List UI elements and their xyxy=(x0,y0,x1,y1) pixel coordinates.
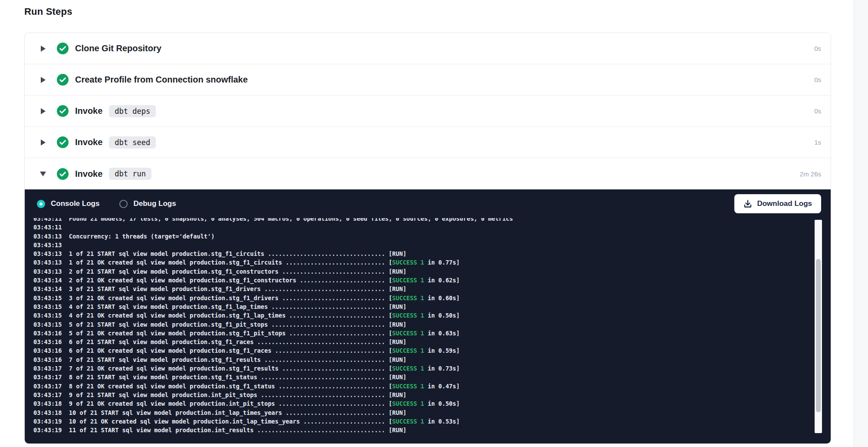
step-title: Invoke xyxy=(75,106,102,116)
debug-logs-radio[interactable]: Debug Logs xyxy=(119,199,176,208)
step-row[interactable]: Invoke dbt seed 1s xyxy=(25,127,831,158)
step-title: Invoke xyxy=(75,169,102,179)
console-logs-label: Console Logs xyxy=(51,199,99,208)
log-scrollbar-track[interactable] xyxy=(815,220,822,433)
expander-icon[interactable] xyxy=(39,139,46,146)
download-icon xyxy=(743,199,752,208)
log-line: 03:43:15 4 of 21 OK created sql view mod… xyxy=(33,311,831,320)
console-log-panel: Console Logs Debug Logs Download Logs 03… xyxy=(25,189,831,444)
debug-logs-label: Debug Logs xyxy=(133,199,176,208)
log-line: 03:43:16 6 of 21 START sql view model pr… xyxy=(33,338,831,346)
log-line: 03:43:16 6 of 21 OK created sql view mod… xyxy=(33,346,831,355)
step-title: Clone Git Repository xyxy=(75,43,161,53)
log-line: 03:43:15 3 of 21 OK created sql view mod… xyxy=(33,294,831,302)
step-title: Create Profile from Connection snowflake xyxy=(75,75,248,85)
download-logs-label: Download Logs xyxy=(757,199,812,208)
step-success-icon xyxy=(57,43,69,54)
right-rail xyxy=(854,0,868,447)
step-row[interactable]: Invoke dbt run 2m 26s xyxy=(25,158,831,189)
log-line: 03:43:13 1 of 21 START sql view model pr… xyxy=(33,249,831,258)
log-line: 03:43:13 1 of 21 OK created sql view mod… xyxy=(33,258,831,267)
log-line: 03:43:15 5 of 21 START sql view model pr… xyxy=(33,320,831,329)
page-title: Run Steps xyxy=(24,6,72,17)
log-line: 03:43:18 10 of 21 START sql view model p… xyxy=(33,408,831,417)
step-title: Invoke xyxy=(75,137,102,147)
log-scroll-area[interactable]: 03:43:11 Found 21 models, 17 tests, 0 sn… xyxy=(25,218,831,444)
log-line: 03:43:13 Concurrency: 1 threads (target=… xyxy=(33,232,831,241)
expander-icon[interactable] xyxy=(39,77,46,83)
log-line: 03:43:18 9 of 21 OK created sql view mod… xyxy=(33,399,831,408)
log-line: 03:43:14 2 of 21 OK created sql view mod… xyxy=(33,276,831,285)
radio-unselected-icon[interactable] xyxy=(119,200,128,208)
log-line: 03:43:16 7 of 21 START sql view model pr… xyxy=(33,355,831,364)
download-logs-button[interactable]: Download Logs xyxy=(734,194,821,213)
log-line: 03:43:14 3 of 21 START sql view model pr… xyxy=(33,285,831,293)
expander-icon[interactable] xyxy=(39,46,46,52)
step-row[interactable]: Create Profile from Connection snowflake… xyxy=(25,64,831,96)
console-logs-radio[interactable]: Console Logs xyxy=(37,199,99,208)
expander-icon[interactable] xyxy=(39,108,46,114)
step-command-chip: dbt deps xyxy=(109,105,156,117)
log-scrollbar-thumb[interactable] xyxy=(816,259,821,412)
page: Run Steps Clone Git Repository 0s Create… xyxy=(0,0,868,447)
log-line: 03:43:17 8 of 21 START sql view model pr… xyxy=(33,373,831,381)
step-success-icon xyxy=(57,74,69,86)
radio-selected-icon[interactable] xyxy=(37,200,45,208)
log-line: 03:43:17 9 of 21 START sql view model pr… xyxy=(33,391,831,399)
log-line: 03:43:15 4 of 21 START sql view model pr… xyxy=(33,302,831,311)
step-duration: 0s xyxy=(814,76,821,83)
step-command-chip: dbt run xyxy=(109,168,151,180)
log-line: 03:43:13 xyxy=(33,241,831,249)
log-line: 03:43:16 5 of 21 OK created sql view mod… xyxy=(33,329,831,338)
step-success-icon xyxy=(57,105,69,117)
step-duration: 2m 26s xyxy=(800,170,821,178)
run-steps-card: Clone Git Repository 0s Create Profile f… xyxy=(24,33,831,443)
step-success-icon xyxy=(57,168,69,180)
log-line: 03:43:11 xyxy=(33,223,831,232)
log-lines: 03:43:11 Found 21 models, 17 tests, 0 sn… xyxy=(25,218,831,434)
step-duration: 0s xyxy=(814,45,821,52)
step-duration: 0s xyxy=(814,107,821,115)
log-line: 03:43:19 10 of 21 OK created sql view mo… xyxy=(33,417,831,426)
log-line: 03:43:13 2 of 21 START sql view model pr… xyxy=(33,267,831,276)
step-rows: Clone Git Repository 0s Create Profile f… xyxy=(25,33,831,189)
expander-icon[interactable] xyxy=(39,172,46,176)
log-line: 03:43:17 8 of 21 OK created sql view mod… xyxy=(33,382,831,391)
step-row[interactable]: Invoke dbt deps 0s xyxy=(25,96,831,127)
step-row[interactable]: Clone Git Repository 0s xyxy=(25,33,831,64)
step-success-icon xyxy=(57,136,69,148)
console-header: Console Logs Debug Logs Download Logs xyxy=(25,189,831,218)
log-line: 03:43:19 11 of 21 START sql view model p… xyxy=(33,426,831,434)
step-duration: 1s xyxy=(814,139,821,146)
log-line: 03:43:11 Found 21 models, 17 tests, 0 sn… xyxy=(33,218,831,223)
step-command-chip: dbt seed xyxy=(109,136,156,149)
log-line: 03:43:17 7 of 21 OK created sql view mod… xyxy=(33,364,831,373)
